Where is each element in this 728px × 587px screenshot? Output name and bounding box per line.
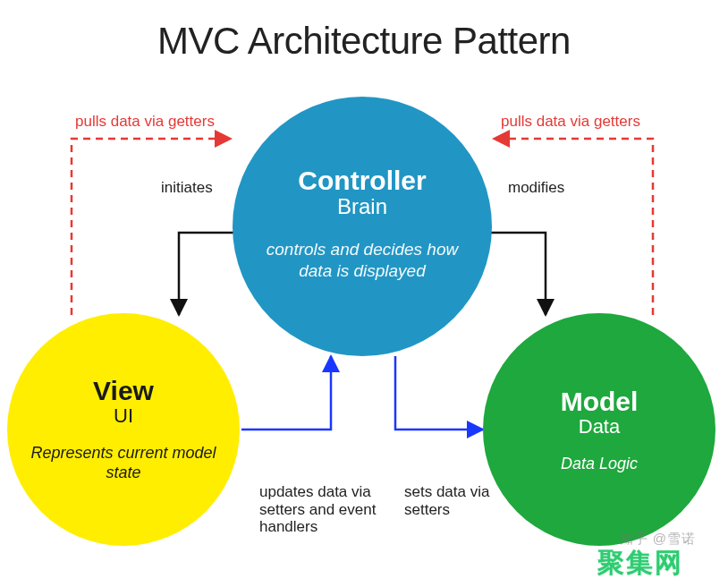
controller-subtitle: Brain <box>337 194 387 219</box>
model-subtitle: Data <box>579 415 620 438</box>
edge-view-getters-label: pulls data via getters <box>75 113 215 131</box>
controller-title: Controller <box>298 166 426 196</box>
edge-model-getters-label: pulls data via getters <box>501 113 640 131</box>
edge-sets-label: sets data via setters <box>404 483 503 518</box>
watermark-site: 聚集网 <box>597 545 683 582</box>
model-desc: Data Logic <box>561 455 638 473</box>
edge-modifies-label: modifies <box>508 179 564 197</box>
view-desc: Represents current model state <box>25 444 222 482</box>
edge-initiates-label: initiates <box>161 179 213 197</box>
model-title: Model <box>561 387 639 417</box>
model-node: Model Data Data Logic <box>483 313 715 546</box>
diagram-title: MVC Architecture Pattern <box>0 20 728 63</box>
controller-desc: controls and decides how data is display… <box>250 239 474 282</box>
view-title: View <box>93 376 154 406</box>
view-subtitle: UI <box>114 404 133 428</box>
view-node: View UI Represents current model state <box>7 313 240 546</box>
edge-updates-label: updates data via setters and event handl… <box>259 483 394 536</box>
controller-node: Controller Brain controls and decides ho… <box>233 97 492 356</box>
